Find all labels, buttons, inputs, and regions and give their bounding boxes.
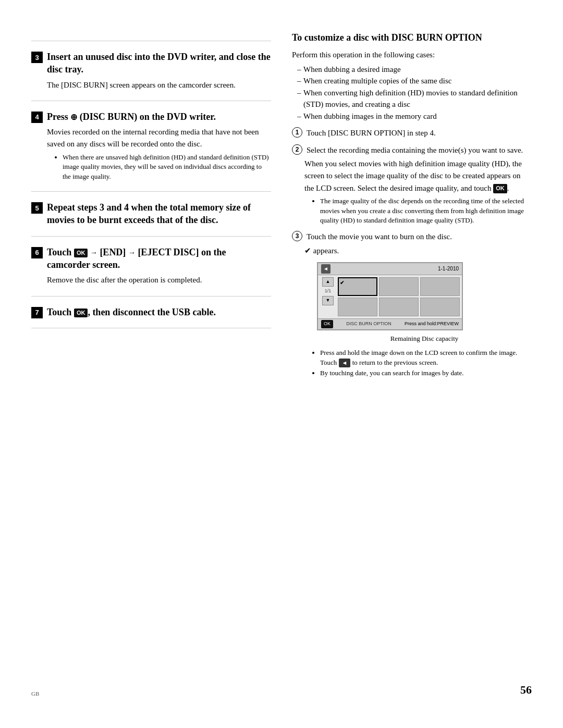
lcd-back-button[interactable]: ◄	[321, 264, 331, 274]
right-step-1: 1 Touch [DISC BURN OPTION] in step 4.	[292, 127, 532, 139]
lcd-bottom-bar: OK DISC BURN OPTION Press and hold:PREVI…	[318, 318, 462, 329]
lcd-thumb-5[interactable]	[379, 298, 419, 316]
step-4-bullets: When there are unsaved high definition (…	[54, 153, 271, 182]
lcd-date: 1-1-2010	[438, 265, 459, 273]
step-6-body: Remove the disc after the operation is c…	[47, 274, 271, 286]
lcd-preview-label: Press and hold:PREVIEW	[405, 320, 459, 328]
case-1: When dubbing a desired image	[297, 64, 532, 76]
case-2: When creating multiple copies of the sam…	[297, 75, 532, 87]
step-6-title: Touch OK → [END] → [EJECT DISC] on the c…	[47, 246, 271, 272]
step-3-block: 3 Insert an unused disc into the DVD wri…	[31, 51, 271, 91]
right-step-3-text: Touch the movie you want to burn on the …	[307, 231, 452, 243]
lcd-top-bar: ◄ 1-1-2010	[318, 263, 462, 275]
step-4-bullet-1: When there are unsaved high definition (…	[63, 153, 271, 182]
step-4-title: Press ⊕ (DISC BURN) on the DVD writer.	[47, 110, 216, 123]
left-column: 3 Insert an unused disc into the DVD wri…	[31, 31, 271, 673]
step-6-block: 6 Touch OK → [END] → [EJECT DISC] on the…	[31, 246, 271, 287]
cases-list: When dubbing a desired image When creati…	[297, 64, 532, 122]
step-4-heading: 4 Press ⊕ (DISC BURN) on the DVD writer.	[31, 110, 271, 123]
step-7-block: 7 Touch OK, then disconnect the USB cabl…	[31, 306, 271, 318]
divider-6-7	[31, 296, 271, 297]
right-column: To customize a disc with DISC BURN OPTIO…	[292, 31, 532, 673]
step-6-heading: 6 Touch OK → [END] → [EJECT DISC] on the…	[31, 246, 271, 272]
right-step-1-heading: 1 Touch [DISC BURN OPTION] in step 4.	[292, 127, 532, 139]
step-5-number: 5	[31, 202, 43, 214]
lcd-thumb-2[interactable]	[379, 277, 419, 296]
step-5-block: 5 Repeat steps 3 and 4 when the total me…	[31, 201, 271, 227]
ok-badge-step7: OK	[74, 309, 88, 317]
right-intro: Perform this operation in the following …	[292, 49, 532, 61]
page: 3 Insert an unused disc into the DVD wri…	[0, 0, 563, 728]
circled-3: 3	[292, 231, 302, 241]
right-step-1-text: Touch [DISC BURN OPTION] in step 4.	[307, 127, 436, 139]
ok-badge-step2-right: OK	[493, 184, 507, 193]
step-4-number: 4	[31, 112, 43, 123]
divider-bottom-left	[31, 328, 271, 328]
step-4-block: 4 Press ⊕ (DISC BURN) on the DVD writer.…	[31, 110, 271, 182]
lcd-screen: ◄ 1-1-2010 ▲ 1/1 ▼ ✔	[317, 262, 463, 330]
lcd-thumb-3[interactable]	[420, 277, 460, 296]
lcd-up-button[interactable]: ▲	[322, 277, 334, 287]
right-section-title: To customize a disc with DISC BURN OPTIO…	[292, 31, 532, 44]
step-4-body: Movies recorded on the internal recordin…	[47, 126, 271, 182]
step3-right-bullet-2: By touching date, you can search for ima…	[320, 368, 532, 378]
back-badge: ◄	[339, 359, 351, 367]
step-3-title: Insert an unused disc into the DVD write…	[47, 51, 271, 76]
lcd-thumb-4[interactable]	[338, 298, 377, 316]
step-3-heading: 3 Insert an unused disc into the DVD wri…	[31, 51, 271, 76]
divider-5-6	[31, 236, 271, 237]
step-3-body: The [DISC BURN] screen appears on the ca…	[47, 79, 271, 91]
case-4: When dubbing images in the memory card	[297, 110, 532, 122]
right-step-2: 2 Select the recording media containing …	[292, 144, 532, 226]
divider-3-4	[31, 101, 271, 101]
lcd-thumbnails: ✔	[338, 277, 460, 316]
divider-4-5	[31, 191, 271, 192]
step2-right-bullet-1: The image quality of the disc depends on…	[320, 196, 532, 226]
circled-2: 2	[292, 144, 302, 155]
step-6-number: 6	[31, 247, 43, 258]
divider-top	[31, 41, 271, 41]
page-footer: GB 56	[31, 683, 532, 697]
case-3: When converting high definition (HD) mov…	[297, 87, 532, 110]
step-7-number: 7	[31, 307, 43, 318]
step-3-number: 3	[31, 52, 43, 63]
thumb-check-1: ✔	[340, 279, 344, 287]
right-step-2-text: Select the recording media containing th…	[307, 144, 523, 156]
step2-right-bullets: The image quality of the disc depends on…	[312, 196, 532, 226]
lcd-down-button[interactable]: ▼	[322, 296, 334, 305]
right-step-2-heading: 2 Select the recording media containing …	[292, 144, 532, 156]
step-5-title: Repeat steps 3 and 4 when the total memo…	[47, 201, 271, 227]
step3-right-bullets: Press and hold the image down on the LCD…	[312, 348, 532, 379]
right-step-3: 3 Touch the movie you want to burn on th…	[292, 231, 532, 378]
lcd-thumb-6[interactable]	[420, 298, 460, 316]
two-column-layout: 3 Insert an unused disc into the DVD wri…	[31, 31, 532, 673]
right-step-2-body: When you select movies with high definit…	[304, 158, 532, 226]
step-7-title: Touch OK, then disconnect the USB cable.	[47, 306, 216, 318]
right-step-3-body: ✔ appears. ◄ 1-1-2010 ▲ 1/1 ▼	[304, 245, 532, 378]
step3-right-bullet-1: Press and hold the image down on the LCD…	[320, 348, 532, 368]
ok-badge-step6: OK	[74, 249, 88, 257]
step-7-heading: 7 Touch OK, then disconnect the USB cabl…	[31, 306, 271, 318]
lcd-page-indicator: 1/1	[325, 288, 332, 295]
checkmark-appears: ✔ appears.	[304, 245, 532, 257]
lcd-main-area: ▲ 1/1 ▼ ✔	[318, 275, 462, 318]
right-step-3-heading: 3 Touch the movie you want to burn on th…	[292, 231, 532, 243]
capacity-label: Remaining Disc capacity	[317, 334, 532, 344]
lcd-ok-button[interactable]: OK	[321, 320, 333, 328]
lcd-disc-burn-label: DISC BURN OPTION	[346, 320, 391, 328]
lcd-controls: ▲ 1/1 ▼	[320, 277, 336, 316]
step-5-heading: 5 Repeat steps 3 and 4 when the total me…	[31, 201, 271, 227]
gb-label: GB	[31, 690, 39, 697]
page-number: 56	[520, 683, 532, 697]
lcd-thumb-1[interactable]: ✔	[338, 277, 377, 296]
circled-1: 1	[292, 127, 302, 138]
